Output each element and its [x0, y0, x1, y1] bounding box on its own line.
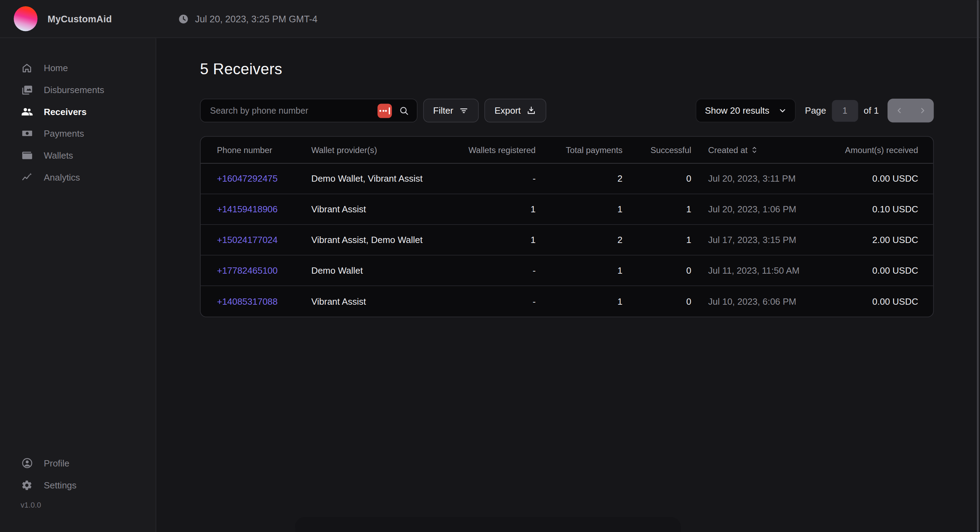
column-header-providers: Wallet provider(s)	[311, 145, 455, 155]
bottom-sheet-hint	[295, 517, 681, 532]
wallet-providers-cell: Demo Wallet, Vibrant Assist	[311, 174, 455, 184]
sidebar: Home Disbursements Receivers Payments	[0, 38, 156, 532]
successful-cell: 0	[622, 174, 691, 184]
download-icon	[527, 106, 536, 116]
wallets-registered-cell: -	[455, 174, 536, 184]
password-manager-icon[interactable]	[377, 103, 392, 118]
column-header-wallets-registered: Wallets registered	[455, 145, 536, 155]
phone-number-link[interactable]: +17782465100	[217, 265, 278, 275]
column-header-successful: Successful	[622, 145, 691, 155]
table-row: +14085317088 Vibrant Assist - 1 0 Jul 10…	[200, 286, 933, 317]
amount-received-cell: 0.10 USDC	[826, 204, 933, 214]
table-header-row: Phone number Wallet provider(s) Wallets …	[200, 137, 933, 164]
sidebar-item-payments[interactable]: Payments	[0, 122, 156, 145]
sidebar-item-disbursements[interactable]: Disbursements	[0, 79, 156, 101]
export-button-label: Export	[494, 106, 520, 116]
app-version: v1.0.0	[0, 501, 156, 511]
phone-number-link[interactable]: +16047292475	[217, 174, 278, 184]
topbar: MyCustomAid Jul 20, 2023, 3:25 PM GMT-4	[0, 0, 980, 38]
phone-number-link[interactable]: +15024177024	[217, 235, 278, 245]
app-window: MyCustomAid Jul 20, 2023, 3:25 PM GMT-4 …	[0, 0, 980, 532]
sidebar-item-analytics[interactable]: Analytics	[0, 166, 156, 188]
page-label: Page	[805, 106, 826, 116]
analytics-icon	[21, 171, 33, 183]
sidebar-item-label: Profile	[44, 458, 69, 468]
export-button[interactable]: Export	[485, 98, 546, 122]
column-header-total-payments: Total payments	[536, 145, 622, 155]
phone-number-link[interactable]: +14159418906	[217, 204, 278, 214]
wallets-icon	[21, 149, 33, 161]
previous-page-button[interactable]	[888, 106, 911, 115]
total-payments-cell: 2	[536, 235, 622, 245]
sidebar-item-wallets[interactable]: Wallets	[0, 145, 156, 166]
disbursements-icon	[21, 84, 33, 95]
payments-icon	[21, 127, 33, 139]
table-body: +16047292475 Demo Wallet, Vibrant Assist…	[200, 164, 933, 316]
page-title: 5 Receivers	[200, 61, 282, 78]
receivers-icon	[21, 105, 33, 118]
sidebar-item-label: Wallets	[44, 150, 73, 160]
created-at-cell: Jul 20, 2023, 3:11 PM	[691, 174, 826, 184]
successful-cell: 1	[622, 235, 691, 245]
created-at-header-label: Created at	[708, 145, 748, 155]
amount-received-cell: 0.00 USDC	[826, 174, 933, 184]
page-number-input[interactable]	[832, 100, 858, 122]
total-payments-cell: 2	[536, 174, 622, 184]
wallets-registered-cell: 1	[455, 204, 536, 214]
successful-cell: 0	[622, 265, 691, 275]
results-per-page-label: Show 20 results	[705, 106, 769, 116]
next-page-button[interactable]	[911, 106, 934, 115]
column-header-phone: Phone number	[200, 145, 311, 155]
sidebar-item-settings[interactable]: Settings	[0, 474, 156, 496]
sidebar-item-label: Disbursements	[44, 85, 104, 95]
wallet-providers-cell: Vibrant Assist	[311, 204, 455, 214]
filter-lines-icon	[459, 106, 469, 116]
column-header-created-at[interactable]: Created at	[691, 145, 826, 155]
home-icon	[21, 62, 33, 73]
pagination-arrows	[888, 98, 934, 122]
search-input[interactable]	[208, 105, 377, 116]
brand-logo	[14, 6, 37, 32]
filter-button-label: Filter	[433, 106, 453, 116]
wallet-providers-cell: Vibrant Assist	[311, 296, 455, 306]
sidebar-item-label: Analytics	[44, 172, 80, 182]
amount-received-cell: 0.00 USDC	[826, 265, 933, 275]
search-box[interactable]	[200, 98, 417, 122]
sidebar-item-label: Settings	[44, 480, 76, 490]
sidebar-item-profile[interactable]: Profile	[0, 452, 156, 474]
receivers-table: Phone number Wallet provider(s) Wallets …	[200, 136, 934, 318]
table-row: +17782465100 Demo Wallet - 1 0 Jul 11, 2…	[200, 256, 933, 286]
successful-cell: 1	[622, 204, 691, 214]
wallets-registered-cell: -	[455, 265, 536, 275]
profile-icon	[21, 457, 33, 469]
search-icon	[399, 105, 409, 116]
scrollbar[interactable]	[977, 0, 978, 532]
chevron-down-icon	[778, 106, 787, 115]
sidebar-item-label: Payments	[44, 128, 84, 138]
table-row: +15024177024 Vibrant Assist, Demo Wallet…	[200, 225, 933, 256]
sidebar-item-receivers[interactable]: Receivers	[0, 100, 156, 122]
created-at-cell: Jul 10, 2023, 6:06 PM	[691, 296, 826, 306]
column-header-amount: Amount(s) received	[826, 145, 933, 155]
filter-button[interactable]: Filter	[423, 98, 479, 122]
wallets-registered-cell: -	[455, 296, 536, 306]
total-payments-cell: 1	[536, 204, 622, 214]
results-per-page-select[interactable]: Show 20 results	[696, 98, 796, 122]
sort-icon	[751, 145, 757, 154]
amount-received-cell: 0.00 USDC	[826, 296, 933, 306]
table-row: +16047292475 Demo Wallet, Vibrant Assist…	[200, 164, 933, 194]
wallets-registered-cell: 1	[455, 235, 536, 245]
main-content: 5 Receivers Filter Export	[156, 38, 980, 532]
created-at-cell: Jul 20, 2023, 1:06 PM	[691, 204, 826, 214]
sidebar-item-label: Home	[44, 63, 68, 73]
phone-number-link[interactable]: +14085317088	[217, 296, 278, 306]
global-timestamp: Jul 20, 2023, 3:25 PM GMT-4	[178, 14, 318, 24]
clock-icon	[178, 14, 189, 24]
timestamp-text: Jul 20, 2023, 3:25 PM GMT-4	[195, 14, 318, 24]
table-row: +14159418906 Vibrant Assist 1 1 1 Jul 20…	[200, 194, 933, 225]
total-payments-cell: 1	[536, 296, 622, 306]
settings-gear-icon	[21, 480, 33, 491]
brand-name: MyCustomAid	[48, 14, 112, 24]
wallet-providers-cell: Demo Wallet	[311, 265, 455, 275]
sidebar-item-home[interactable]: Home	[0, 57, 156, 79]
